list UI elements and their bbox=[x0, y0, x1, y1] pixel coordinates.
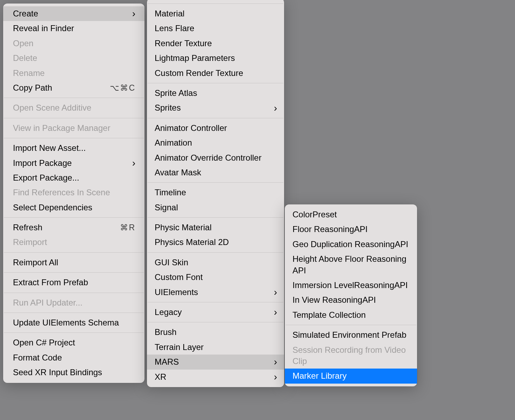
chevron-right-icon: › bbox=[274, 287, 277, 297]
menu-separator bbox=[4, 293, 144, 293]
menu-item-label: Floor ReasoningAPI bbox=[292, 224, 368, 235]
menu-separator bbox=[148, 4, 283, 4]
menu-item-label: Open bbox=[13, 38, 34, 49]
menu-item-label: Custom Font bbox=[155, 272, 203, 283]
menu-item-label: Lens Flare bbox=[155, 23, 194, 34]
menu-item-label: Reimport bbox=[13, 237, 47, 248]
menu-item-sprite-atlas[interactable]: Sprite Atlas bbox=[147, 86, 284, 100]
menu-item-custom-font[interactable]: Custom Font bbox=[147, 270, 284, 285]
menu-item-view-in-package-manager: View in Package Manager bbox=[3, 121, 144, 135]
menu-item-rename: Rename bbox=[3, 66, 144, 80]
menu-item-label: Animation bbox=[155, 137, 192, 148]
menu-item-lens-flare[interactable]: Lens Flare bbox=[147, 21, 284, 36]
menu-item-terrain-layer[interactable]: Terrain Layer bbox=[147, 340, 284, 355]
menu-item-brush[interactable]: Brush bbox=[147, 325, 284, 340]
menu-item-open-cs-project[interactable]: Open C# Project bbox=[3, 335, 144, 350]
menu-item-label: GUI Skin bbox=[155, 257, 188, 268]
menu-item-label: Height Above Floor Reasoning API bbox=[292, 253, 410, 276]
menu-item-label: Sprites bbox=[155, 102, 181, 113]
menu-item-label: Template Collection bbox=[292, 309, 366, 321]
menu-item-animation[interactable]: Animation bbox=[147, 135, 284, 150]
menu-item-label: Import New Asset... bbox=[13, 142, 86, 154]
menu-item-sprites[interactable]: Sprites › bbox=[147, 100, 284, 115]
menu-item-legacy[interactable]: Legacy › bbox=[147, 305, 284, 320]
menu-item-label: Format Code bbox=[13, 352, 62, 363]
menu-item-label: Brush bbox=[155, 327, 177, 338]
menu-item-reimport: Reimport bbox=[3, 235, 144, 250]
menu-item-label: ColorPreset bbox=[292, 209, 337, 220]
menu-item-physics-material-2d[interactable]: Physics Material 2D bbox=[147, 235, 284, 250]
menu-item-label: Reveal in Finder bbox=[13, 23, 74, 34]
menu-item-colorpreset[interactable]: ColorPreset bbox=[285, 207, 417, 222]
menu-item-label: Session Recording from Video Clip bbox=[292, 344, 410, 367]
menu-item-floor-reasoningapi[interactable]: Floor ReasoningAPI bbox=[285, 222, 417, 237]
keyboard-shortcut: ⌥⌘C bbox=[110, 83, 135, 93]
menu-item-height-above-floor-reasoning-api[interactable]: Height Above Floor Reasoning API bbox=[285, 252, 417, 278]
menu-item-label: Extract From Prefab bbox=[13, 277, 88, 288]
menu-item-label: View in Package Manager bbox=[13, 122, 110, 134]
menu-item-format-code[interactable]: Format Code bbox=[3, 350, 144, 365]
menu-item-label: Select Dependencies bbox=[13, 202, 92, 213]
menu-item-avatar-mask[interactable]: Avatar Mask bbox=[147, 165, 284, 180]
menu-item-label: Lightmap Parameters bbox=[155, 52, 235, 64]
menu-item-open-scene-additive: Open Scene Additive bbox=[3, 100, 144, 115]
menu-item-find-references-in-scene: Find References In Scene bbox=[3, 185, 144, 200]
menu-item-reimport-all[interactable]: Reimport All bbox=[3, 255, 144, 270]
chevron-right-icon: › bbox=[274, 307, 277, 317]
menu-item-label: Open C# Project bbox=[13, 337, 75, 348]
chevron-right-icon: › bbox=[274, 103, 277, 113]
menu-item-select-dependencies[interactable]: Select Dependencies bbox=[3, 200, 144, 215]
menu-item-label: UIElements bbox=[155, 287, 198, 298]
menu-item-label: Physics Material 2D bbox=[155, 237, 229, 248]
menu-item-uielements[interactable]: UIElements › bbox=[147, 285, 284, 300]
menu-item-label: Signal bbox=[155, 202, 178, 213]
menu-item-simulated-environment-prefab[interactable]: Simulated Environment Prefab bbox=[285, 328, 417, 342]
menu-item-create[interactable]: Create › bbox=[3, 6, 144, 21]
menu-item-template-collection[interactable]: Template Collection bbox=[285, 308, 417, 322]
menu-item-animator-controller[interactable]: Animator Controller bbox=[147, 121, 284, 135]
menu-item-reveal-in-finder[interactable]: Reveal in Finder bbox=[3, 21, 144, 36]
menu-item-custom-render-texture[interactable]: Custom Render Texture bbox=[147, 66, 284, 80]
menu-item-refresh[interactable]: Refresh ⌘R bbox=[3, 220, 144, 235]
menu-item-animator-override-controller[interactable]: Animator Override Controller bbox=[147, 150, 284, 165]
menu-separator bbox=[148, 252, 283, 253]
menu-item-physic-material[interactable]: Physic Material bbox=[147, 220, 284, 235]
menu-item-label: Geo Duplication ReasoningAPI bbox=[292, 239, 408, 250]
menu-item-import-package[interactable]: Import Package › bbox=[3, 156, 144, 170]
menu-item-timeline[interactable]: Timeline bbox=[147, 185, 284, 200]
menu-item-lightmap-parameters[interactable]: Lightmap Parameters bbox=[147, 51, 284, 65]
menu-item-export-package[interactable]: Export Package... bbox=[3, 170, 144, 185]
menu-item-label: Marker Library bbox=[292, 370, 347, 382]
menu-item-seed-xr-input-bindings[interactable]: Seed XR Input Bindings bbox=[3, 365, 144, 380]
menu-item-immersion-levelreasoningapi[interactable]: Immersion LevelReasoningAPI bbox=[285, 278, 417, 293]
menu-item-label: Find References In Scene bbox=[13, 187, 110, 198]
chevron-right-icon: › bbox=[132, 158, 135, 168]
menu-item-render-texture[interactable]: Render Texture bbox=[147, 36, 284, 51]
menu-item-xr[interactable]: XR › bbox=[147, 370, 284, 384]
menu-item-copy-path[interactable]: Copy Path ⌥⌘C bbox=[3, 80, 144, 95]
menu-item-signal[interactable]: Signal bbox=[147, 200, 284, 215]
menu-item-label: Export Package... bbox=[13, 172, 79, 183]
menu-item-geo-duplication-reasoningapi[interactable]: Geo Duplication ReasoningAPI bbox=[285, 237, 417, 252]
menu-separator bbox=[148, 217, 283, 218]
menu-separator bbox=[148, 83, 283, 83]
submenu-mars: ColorPreset Floor ReasoningAPI Geo Dupli… bbox=[285, 204, 417, 386]
menu-separator bbox=[148, 302, 283, 302]
menu-item-import-new-asset[interactable]: Import New Asset... bbox=[3, 141, 144, 155]
menu-item-mars[interactable]: MARS › bbox=[147, 355, 284, 369]
chevron-right-icon: › bbox=[274, 372, 277, 382]
submenu-create: Material Lens Flare Render Texture Light… bbox=[147, 0, 284, 387]
menu-item-material[interactable]: Material bbox=[147, 6, 284, 21]
menu-item-extract-from-prefab[interactable]: Extract From Prefab bbox=[3, 275, 144, 290]
menu-item-run-api-updater: Run API Updater... bbox=[3, 295, 144, 310]
menu-item-marker-library[interactable]: Marker Library bbox=[285, 369, 417, 383]
menu-item-in-view-reasoningapi[interactable]: In View ReasoningAPI bbox=[285, 293, 417, 307]
menu-item-gui-skin[interactable]: GUI Skin bbox=[147, 255, 284, 270]
menu-item-label: MARS bbox=[155, 356, 179, 368]
menu-item-label: Render Texture bbox=[155, 38, 212, 49]
menu-item-label: Run API Updater... bbox=[13, 297, 83, 308]
menu-item-label: Seed XR Input Bindings bbox=[13, 367, 102, 378]
menu-item-update-uielements-schema[interactable]: Update UIElements Schema bbox=[3, 315, 144, 330]
menu-item-label: Timeline bbox=[155, 187, 186, 198]
menu-item-label: Delete bbox=[13, 52, 37, 64]
